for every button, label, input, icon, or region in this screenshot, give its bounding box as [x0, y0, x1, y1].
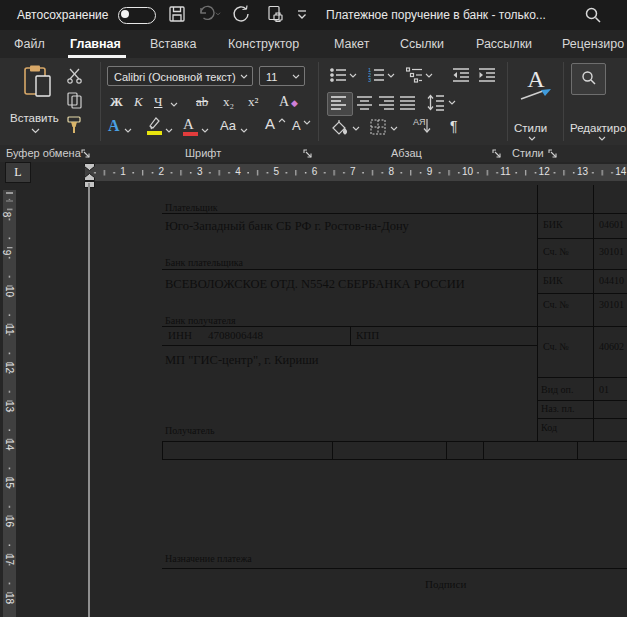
- tab-references[interactable]: Ссылки: [400, 37, 444, 51]
- text-effects-chevron-icon[interactable]: [124, 128, 132, 133]
- paste-icon[interactable]: [22, 64, 54, 100]
- first-line-indent-marker[interactable]: [84, 163, 95, 171]
- bik-value: 04601: [599, 219, 624, 230]
- change-case-chevron-icon[interactable]: [240, 128, 248, 133]
- subscript-button[interactable]: x₂: [223, 94, 234, 110]
- tab-home[interactable]: Главная: [70, 37, 121, 51]
- shrink-font-caret-icon: [303, 120, 311, 125]
- styles-icon[interactable]: А: [515, 66, 557, 101]
- ruler-number: 2: [159, 166, 165, 177]
- underline-chevron-icon[interactable]: [170, 102, 178, 107]
- sort-icon[interactable]: АЯ: [413, 118, 431, 134]
- payee-bank-name: ВСЕВОЛОЖСКОЕ ОТД. N5542 СБЕРБАНКА РОССИИ: [165, 277, 465, 292]
- bik-value: 04410: [599, 275, 624, 286]
- tab-file[interactable]: Файл: [14, 37, 45, 51]
- increase-indent-icon[interactable]: [478, 67, 496, 83]
- shading-chevron-icon[interactable]: [352, 126, 360, 131]
- table-border: [483, 441, 484, 459]
- text-highlight-button[interactable]: [146, 116, 163, 136]
- align-right-icon[interactable]: [379, 96, 395, 110]
- ruler-numbers: 1234567891011121314: [85, 164, 627, 181]
- ruler-number: 1: [120, 166, 126, 177]
- align-center-icon[interactable]: [357, 96, 373, 110]
- align-left-icon[interactable]: [331, 96, 347, 110]
- editing-chevron-icon[interactable]: [598, 136, 606, 141]
- ribbon-group-labels: Буфер обмена Шрифт Абзац Стили: [0, 145, 627, 162]
- styles-chevron-icon[interactable]: [528, 136, 536, 141]
- font-dialog-launcher-icon[interactable]: [303, 149, 313, 159]
- hanging-indent-marker[interactable]: [84, 173, 95, 181]
- strikethrough-button[interactable]: ab: [196, 94, 208, 110]
- table-border: [162, 345, 537, 346]
- tab-layout[interactable]: Макет: [334, 37, 369, 51]
- paste-chevron-icon[interactable]: [31, 128, 40, 134]
- font-color-chevron-icon[interactable]: [201, 128, 209, 133]
- underline-button[interactable]: Ч: [154, 94, 162, 110]
- autosave-toggle[interactable]: [118, 7, 156, 24]
- line-spacing-chevron-icon[interactable]: [448, 100, 456, 105]
- italic-button[interactable]: K: [134, 94, 143, 110]
- window-title: Платежное поручение в банк - только...: [326, 8, 546, 22]
- table-border: [537, 418, 627, 419]
- document-page[interactable]: Плательщик Юго-Западный банк СБ РФ г. Ро…: [0, 183, 627, 617]
- inn-label: ИНН: [168, 329, 192, 341]
- font-color-button[interactable]: А: [183, 116, 194, 132]
- tab-review[interactable]: Рецензиро: [562, 37, 624, 51]
- numbered-list-icon[interactable]: 123: [368, 67, 385, 83]
- decrease-indent-icon[interactable]: [452, 67, 470, 83]
- font-name-combo[interactable]: Calibri (Основной текст): [107, 66, 253, 86]
- bullet-list-icon[interactable]: [330, 67, 347, 83]
- superscript-button[interactable]: x²: [248, 94, 258, 110]
- payee-bank-label: Банк получателя: [165, 315, 236, 326]
- toggle-knob: [121, 10, 129, 18]
- operation-type-value: 01: [599, 384, 609, 395]
- copy-icon[interactable]: [67, 92, 83, 109]
- paragraph-dialog-launcher-icon[interactable]: [492, 149, 502, 159]
- change-case-button[interactable]: Аа: [220, 118, 236, 134]
- search-icon[interactable]: [584, 6, 604, 26]
- numbered-list-chevron-icon[interactable]: [387, 73, 395, 78]
- font-size-combo[interactable]: 11: [259, 66, 305, 86]
- table-border: [162, 459, 627, 460]
- qat-customize-icon[interactable]: [296, 8, 316, 28]
- styles-button[interactable]: Стили: [514, 120, 547, 136]
- pilcrow-button[interactable]: ¶: [450, 118, 458, 134]
- multilevel-list-chevron-icon[interactable]: [425, 73, 433, 78]
- borders-chevron-icon[interactable]: [390, 126, 398, 131]
- find-button[interactable]: [571, 63, 606, 95]
- tab-design[interactable]: Конструктор: [228, 37, 299, 51]
- clear-formatting-button[interactable]: А: [279, 94, 289, 110]
- bold-button[interactable]: Ж: [110, 94, 123, 110]
- line-spacing-icon[interactable]: [427, 94, 445, 111]
- bullet-list-chevron-icon[interactable]: [349, 73, 357, 78]
- clipboard-dialog-launcher-icon[interactable]: [81, 149, 91, 159]
- multilevel-list-icon[interactable]: [406, 67, 423, 83]
- cut-icon[interactable]: [66, 68, 84, 84]
- tab-insert[interactable]: Вставка: [150, 37, 196, 51]
- styles-dialog-launcher-icon[interactable]: [548, 149, 558, 159]
- ruler-number: 4: [235, 166, 241, 177]
- print-preview-icon[interactable]: [266, 5, 286, 25]
- editing-button[interactable]: Редактиро: [570, 120, 626, 136]
- grow-font-button[interactable]: А: [265, 116, 275, 132]
- ruler-number: 3: [197, 166, 203, 177]
- shrink-font-button[interactable]: А: [292, 118, 301, 134]
- save-icon[interactable]: [168, 5, 188, 25]
- table-border: [162, 568, 627, 569]
- justify-icon[interactable]: [400, 96, 416, 110]
- table-border: [537, 400, 627, 401]
- tab-mailings[interactable]: Рассылки: [476, 37, 532, 51]
- inn-value: 4708006448: [208, 329, 263, 341]
- highlight-chevron-icon[interactable]: [165, 128, 173, 133]
- paste-button[interactable]: Вставить: [10, 110, 59, 126]
- redo-icon[interactable]: [232, 5, 252, 25]
- borders-icon[interactable]: [370, 119, 386, 135]
- format-painter-icon[interactable]: [65, 115, 85, 135]
- account-label: Сч. №: [543, 341, 569, 352]
- autosave-label: Автосохранение: [17, 8, 108, 22]
- text-effects-button[interactable]: А: [108, 118, 120, 134]
- shading-icon[interactable]: [330, 120, 350, 136]
- tab-stop-selector[interactable]: L: [5, 162, 31, 183]
- table-border: [162, 269, 627, 270]
- horizontal-ruler: L 1234567891011121314: [0, 162, 627, 183]
